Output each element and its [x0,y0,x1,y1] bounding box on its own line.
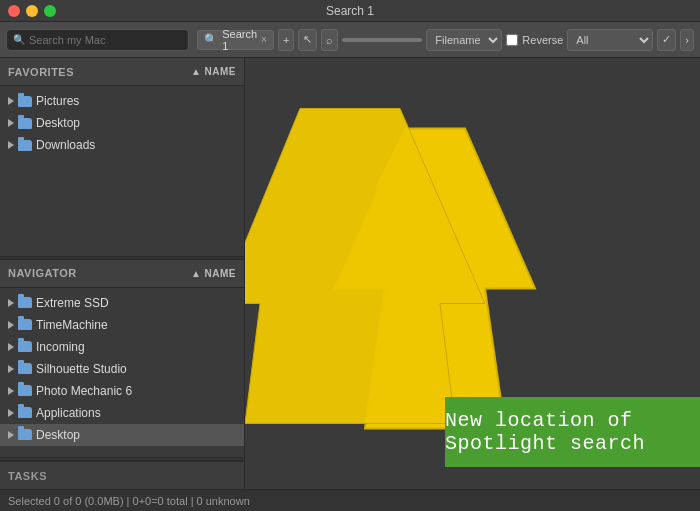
tab-icon: 🔍 [204,33,218,46]
status-text: Selected 0 of 0 (0.0MB) | 0+0=0 total | … [8,495,250,507]
favorites-header: Favorites ▲ Name [0,58,244,86]
sidebar-item-timemachine[interactable]: TimeMachine [0,314,244,336]
folder-icon [18,363,32,374]
tab-close-button[interactable]: × [261,34,267,45]
item-label: Extreme SSD [36,296,109,310]
reverse-checkbox[interactable] [506,34,518,46]
expand-icon [8,365,14,373]
svg-marker-4 [245,109,485,424]
tasks-section: Tasks [0,461,244,489]
folder-icon [18,96,32,107]
svg-marker-0 [335,129,535,429]
folder-icon [18,297,32,308]
content-area: New location of Spotlight search [245,58,700,489]
folder-icon [18,319,32,330]
favorites-sort-button[interactable]: ▲ Name [191,66,236,77]
navigator-sort-button[interactable]: ▲ Name [191,268,236,279]
sidebar-item-desktop-nav[interactable]: Desktop [0,424,244,446]
item-label: Desktop [36,428,80,442]
item-label: Photo Mechanic 6 [36,384,132,398]
magnify-tool-button[interactable]: ⌕ [321,29,338,51]
expand-icon [8,343,14,351]
more-button[interactable]: › [680,29,694,51]
navigator-label: Navigator [8,267,77,279]
folder-icon [18,407,32,418]
banner-text: New location of Spotlight search [445,409,700,455]
tab-search1[interactable]: 🔍 Search 1 × [197,30,274,50]
sidebar-item-desktop[interactable]: Desktop [0,112,244,134]
item-label: Downloads [36,138,95,152]
svg-marker-1 [375,129,435,189]
sidebar: Favorites ▲ Name Pictures Desktop Dow [0,58,245,489]
expand-icon [8,299,14,307]
minimize-button[interactable] [26,5,38,17]
sidebar-item-pictures[interactable]: Pictures [0,90,244,112]
expand-icon [8,409,14,417]
favorites-label: Favorites [8,66,74,78]
item-label: Silhouette Studio [36,362,127,376]
favorites-items: Pictures Desktop Downloads [0,86,244,160]
item-label: Applications [36,406,101,420]
folder-icon [18,118,32,129]
sidebar-item-extreme-ssd[interactable]: Extreme SSD [0,292,244,314]
folder-icon [18,140,32,151]
toolbar-right: ↖ ⌕ Filename Date Size Reverse All Image… [298,29,694,51]
expand-icon [8,321,14,329]
navigator-items: Extreme SSD TimeMachine Incoming Silhoue… [0,288,244,450]
search-icon: 🔍 [13,34,25,45]
cursor-tool-button[interactable]: ↖ [298,29,317,51]
navigator-section: Navigator ▲ Name Extreme SSD TimeMachine [0,260,244,458]
folder-icon [18,341,32,352]
close-button[interactable] [8,5,20,17]
window-controls[interactable] [8,5,56,17]
magnify-icon: ⌕ [326,34,333,46]
expand-icon [8,387,14,395]
sidebar-item-applications[interactable]: Applications [0,402,244,424]
add-tab-button[interactable]: + [278,29,294,51]
tab-label: Search 1 [222,28,257,52]
tab-area: 🔍 Search 1 × + [197,29,294,51]
sidebar-item-photo-mechanic[interactable]: Photo Mechanic 6 [0,380,244,402]
favorites-section: Favorites ▲ Name Pictures Desktop Dow [0,58,244,256]
tasks-label: Tasks [8,470,47,482]
spotlight-banner: New location of Spotlight search [445,397,700,467]
sidebar-item-silhouette[interactable]: Silhouette Studio [0,358,244,380]
window-title: Search 1 [326,4,374,18]
filename-select[interactable]: Filename Date Size [426,29,502,51]
slider-track[interactable] [342,38,422,42]
search-box[interactable]: 🔍 [6,29,189,51]
expand-icon [8,141,14,149]
item-label: Incoming [36,340,85,354]
navigator-header: Navigator ▲ Name [0,260,244,288]
expand-icon [8,97,14,105]
title-bar: Search 1 [0,0,700,22]
item-label: Pictures [36,94,79,108]
svg-marker-3 [245,109,485,424]
sidebar-item-incoming[interactable]: Incoming [0,336,244,358]
status-bar: Selected 0 of 0 (0.0MB) | 0+0=0 total | … [0,489,700,511]
reverse-label: Reverse [522,34,563,46]
search-input[interactable] [29,34,182,46]
item-label: TimeMachine [36,318,108,332]
toolbar: 🔍 🔍 Search 1 × + ↖ ⌕ Filename Date Size … [0,22,700,58]
maximize-button[interactable] [44,5,56,17]
all-select[interactable]: All Images Documents [567,29,653,51]
cursor-icon: ↖ [303,33,312,46]
expand-icon [8,119,14,127]
item-label: Desktop [36,116,80,130]
sidebar-item-downloads[interactable]: Downloads [0,134,244,156]
folder-icon [18,429,32,440]
expand-icon [8,431,14,439]
zoom-slider[interactable] [342,38,422,42]
main-content: Favorites ▲ Name Pictures Desktop Dow [0,58,700,489]
checkmark-button[interactable]: ✓ [657,29,676,51]
folder-icon [18,385,32,396]
